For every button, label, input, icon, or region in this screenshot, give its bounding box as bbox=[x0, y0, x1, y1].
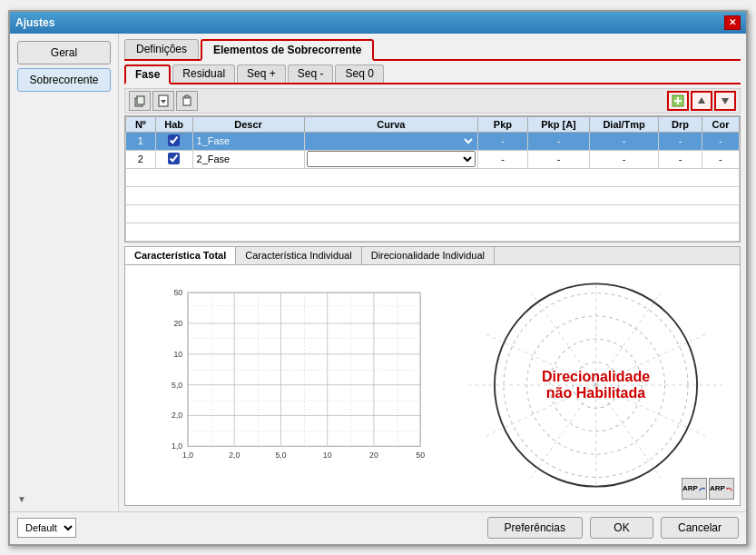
inner-tabs: Fase Residual Seq + Seq - Seq 0 bbox=[124, 64, 741, 84]
tab-definicoes[interactable]: Definições bbox=[124, 39, 199, 59]
window-body: Geral Sobrecorrente ▼ Definições Element… bbox=[10, 34, 746, 511]
svg-text:2,0: 2,0 bbox=[229, 450, 240, 459]
svg-line-53 bbox=[531, 385, 595, 477]
cell-descr: 1_Fase bbox=[192, 132, 304, 150]
bottom-right-buttons: Preferências OK Cancelar bbox=[487, 517, 739, 539]
cell-drp: - bbox=[659, 150, 702, 168]
title-bar: Ajustes ✕ bbox=[10, 12, 746, 34]
table-row[interactable]: 2 2_Fase - - - - - bbox=[126, 150, 740, 168]
svg-text:2,0: 2,0 bbox=[172, 411, 182, 420]
tab-fase[interactable]: Fase bbox=[124, 64, 171, 84]
table-row[interactable]: 1 1_Fase - - - - - bbox=[126, 132, 740, 150]
svg-text:20: 20 bbox=[369, 450, 378, 459]
svg-line-54 bbox=[486, 385, 595, 436]
cell-cor: - bbox=[702, 132, 739, 150]
svg-text:50: 50 bbox=[416, 450, 425, 459]
add-row-button[interactable] bbox=[667, 91, 689, 111]
tab-caracteristica-total[interactable]: Característica Total bbox=[125, 247, 236, 264]
scroll-down-table-button[interactable] bbox=[714, 91, 736, 111]
table-row-empty bbox=[126, 204, 740, 223]
bottom-left: Default bbox=[17, 518, 76, 538]
cell-pkp-a: - bbox=[527, 132, 589, 150]
svg-marker-10 bbox=[722, 98, 729, 104]
col-dial-tmp: Dial/Tmp bbox=[590, 116, 659, 132]
arp-forward-button[interactable]: ARP bbox=[682, 478, 707, 500]
cell-num: 1 bbox=[126, 132, 156, 150]
tab-direcionalidade-individual[interactable]: Direcionalidade Individual bbox=[362, 247, 495, 264]
svg-text:20: 20 bbox=[174, 318, 183, 327]
ok-button[interactable]: OK bbox=[590, 517, 653, 539]
svg-text:5,0: 5,0 bbox=[275, 450, 286, 459]
col-pkp-a: Pkp [A] bbox=[527, 116, 589, 132]
cell-curva[interactable] bbox=[304, 132, 477, 150]
svg-rect-5 bbox=[185, 95, 189, 98]
outer-tabs: Definições Elementos de Sobrecorrente bbox=[124, 39, 741, 61]
right-panel: Definições Elementos de Sobrecorrente Fa… bbox=[119, 34, 746, 511]
toolbar-right bbox=[667, 91, 736, 111]
window-title: Ajustes bbox=[15, 16, 54, 29]
tab-seq0[interactable]: Seq 0 bbox=[335, 64, 383, 83]
cell-cor: - bbox=[702, 150, 739, 168]
polar-chart-buttons: ARP ARP bbox=[682, 478, 734, 500]
sobrecorrente-button[interactable]: Sobrecorrente bbox=[17, 68, 111, 92]
svg-line-56 bbox=[486, 334, 595, 385]
left-panel: Geral Sobrecorrente ▼ bbox=[10, 34, 119, 511]
cell-drp: - bbox=[659, 132, 702, 150]
svg-text:5,0: 5,0 bbox=[172, 380, 182, 389]
cancel-button[interactable]: Cancelar bbox=[661, 517, 739, 539]
close-button[interactable]: ✕ bbox=[724, 15, 741, 30]
svg-line-47 bbox=[596, 292, 661, 384]
chart-area: Característica Total Característica Indi… bbox=[124, 246, 741, 506]
scroll-up-table-button[interactable] bbox=[691, 91, 712, 111]
scroll-down-icon: ▼ bbox=[17, 495, 111, 504]
cell-pkp: - bbox=[478, 132, 528, 150]
toolbar-left bbox=[129, 91, 198, 111]
cell-dial-tmp: - bbox=[590, 132, 659, 150]
main-window: Ajustes ✕ Geral Sobrecorrente ▼ Definiçõ… bbox=[8, 10, 748, 546]
chart-content: 50 20 10 5,0 2,0 1,0 1,0 2,0 5,0 10 20 bbox=[125, 265, 740, 505]
data-table: Nº Hab Descr Curva Pkp Pkp [A] Dial/Tmp … bbox=[124, 115, 741, 243]
paste-button[interactable] bbox=[176, 91, 198, 111]
geral-button[interactable]: Geral bbox=[17, 41, 111, 64]
default-dropdown[interactable]: Default bbox=[17, 518, 76, 538]
col-curva: Curva bbox=[304, 116, 477, 132]
svg-marker-9 bbox=[698, 97, 705, 104]
table-toolbar bbox=[124, 88, 741, 114]
svg-text:10: 10 bbox=[323, 450, 332, 459]
table-row-empty bbox=[126, 223, 740, 241]
table-row-empty bbox=[126, 186, 740, 204]
svg-text:50: 50 bbox=[174, 288, 183, 297]
col-cor: Cor bbox=[702, 116, 739, 132]
col-num: Nº bbox=[126, 116, 156, 132]
svg-line-48 bbox=[596, 334, 705, 385]
svg-rect-1 bbox=[137, 96, 144, 104]
tab-seq-neg[interactable]: Seq - bbox=[288, 64, 334, 83]
col-drp: Drp bbox=[659, 116, 702, 132]
cell-pkp: - bbox=[478, 150, 528, 168]
paste-down-button[interactable] bbox=[152, 91, 174, 111]
cell-descr: 2_Fase bbox=[192, 150, 304, 168]
tab-elementos[interactable]: Elementos de Sobrecorrente bbox=[201, 39, 374, 61]
col-hab: Hab bbox=[155, 116, 192, 132]
title-bar-buttons: ✕ bbox=[724, 15, 741, 30]
tab-caracteristica-individual[interactable]: Característica Individual bbox=[236, 247, 361, 264]
svg-rect-11 bbox=[188, 292, 420, 446]
copy-button[interactable] bbox=[129, 91, 151, 111]
cell-hab[interactable] bbox=[155, 150, 192, 168]
tab-seq-pos[interactable]: Seq + bbox=[237, 64, 286, 83]
svg-text:10: 10 bbox=[174, 349, 183, 358]
cell-curva[interactable] bbox=[304, 150, 477, 168]
arp-backward-button[interactable]: ARP bbox=[709, 478, 734, 500]
col-descr: Descr bbox=[192, 116, 304, 132]
cell-num: 2 bbox=[126, 150, 156, 168]
cell-hab[interactable] bbox=[155, 132, 192, 150]
grid-chart: 50 20 10 5,0 2,0 1,0 1,0 2,0 5,0 10 20 bbox=[125, 265, 452, 505]
cell-pkp-a: - bbox=[527, 150, 589, 168]
preferences-button[interactable]: Preferências bbox=[487, 517, 583, 539]
svg-line-51 bbox=[596, 385, 661, 477]
svg-line-57 bbox=[531, 292, 595, 384]
bottom-bar: Default Preferências OK Cancelar bbox=[10, 511, 746, 544]
tab-residual[interactable]: Residual bbox=[172, 64, 235, 83]
chart-tabs: Característica Total Característica Indi… bbox=[125, 247, 740, 265]
table-row-empty bbox=[126, 168, 740, 186]
